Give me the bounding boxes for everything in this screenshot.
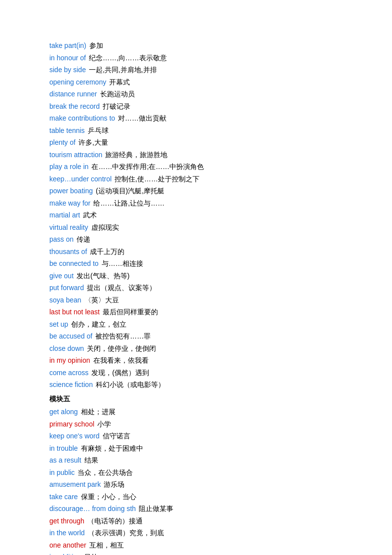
list-item: distance runner长跑运动员 [49,88,362,100]
list-item: pass on传递 [49,233,362,246]
list-item: get through（电话等的）接通 [49,515,362,527]
phrase-chinese: 一起,共同,并肩地,并排 [89,64,157,76]
list-item: as a result结果 [49,454,362,467]
phrase-english: break the record [49,100,100,113]
list-item: plenty of许多,大量 [49,136,362,149]
phrase-english: thousants of [49,246,87,258]
list-item: in public当众，在公共场合 [49,467,362,479]
list-item: martial art武术 [49,209,362,221]
list-item: tourism attraction旅游经典，旅游胜地 [49,149,362,161]
list-item: come across发现，(偶然）遇到 [49,367,362,379]
list-item: set up创办，建立，创立 [49,318,362,331]
phrase-english: primary school [49,418,94,430]
phrase-english: give out [49,270,74,282]
list-item: give out发出(气味、热等) [49,270,362,282]
phrase-english: table tennis [49,125,85,137]
phrase-chinese: 发出(气味、热等) [77,270,129,282]
phrase-english: in the world [49,527,85,539]
phrase-english: be connected to [49,257,99,270]
list-item: keep one's word信守诺言 [49,430,362,442]
phrase-chinese: 打破记录 [103,100,130,113]
phrase-chinese: 另外 [84,551,98,555]
phrase-english: in my opinion [49,354,90,367]
phrase-english: play a role in [49,161,88,173]
phrase-chinese: 游乐场 [104,478,124,491]
list-item: power boating(运动项目)汽艇,摩托艇 [49,185,362,197]
phrase-english: plenty of [49,136,76,149]
phrase-english: amusement park [49,478,101,491]
phrase-chinese: 发现，(偶然）遇到 [91,367,149,379]
phrase-english: virtual reality [49,221,88,234]
list-item: play a role in在……中发挥作用;在……中扮演角色 [49,161,362,173]
phrase-chinese: 武术 [83,209,97,221]
phrase-english: in addition [49,551,81,555]
phrase-chinese: 成千上万的 [90,246,124,258]
list-item: in trouble有麻烦，处于困难中 [49,442,362,455]
phrase-chinese: 信守诺言 [103,430,130,442]
phrase-chinese: 虚拟现实 [91,221,119,234]
phrase-list: take part(in)参加in honour of纪念……,向……表示敬意s… [49,40,362,555]
phrase-english: make way for [49,197,90,210]
phrase-chinese: (运动项目)汽艇,摩托艇 [96,185,164,197]
phrase-chinese: 〈英〉大豆 [84,294,119,306]
phrase-english: make contributions to [49,112,115,125]
phrase-english: pass on [49,233,74,246]
phrase-english: in trouble [49,442,78,455]
list-item: opening ceremony开幕式 [49,76,362,88]
phrase-chinese: 创办，建立，创立 [71,318,126,331]
phrase-english: distance runner [49,88,97,100]
list-item: break the record打破记录 [49,100,362,113]
list-item: be connected to与……相连接 [49,257,362,270]
phrase-chinese: 相处；进展 [81,406,116,418]
phrase-chinese: 开幕式 [109,76,130,88]
list-item: put forward提出（观点、议案等） [49,282,362,294]
phrase-chinese: 纪念……,向……表示敬意 [89,52,167,64]
phrase-chinese: 传递 [77,233,90,246]
phrase-chinese: 给……让路,让位与…… [93,197,164,210]
list-item: take care保重；小心，当心 [49,491,362,503]
list-item: one another互相，相互 [49,539,362,552]
list-item: get along相处；进展 [49,406,362,418]
phrase-english: in honour of [49,52,86,64]
list-item: in honour of纪念……,向……表示敬意 [49,52,362,64]
list-item: close down关闭，使停业，使倒闭 [49,342,362,355]
phrase-english: set up [49,318,68,331]
list-item: thousants of成千上万的 [49,246,362,258]
list-item: table tennis乒乓球 [49,125,362,137]
phrase-english: science fiction [49,379,93,391]
phrase-english: get along [49,406,78,418]
phrase-chinese: 许多,大量 [78,136,108,149]
list-item: in the world（表示强调）究竟，到底 [49,527,362,539]
list-item: virtual reality虚拟现实 [49,221,362,234]
list-item: science fiction科幻小说（或电影等） [49,379,362,391]
phrase-chinese: 最后但同样重要的 [103,306,158,318]
list-item: in my opinion在我看来，依我看 [49,354,362,367]
phrase-english: opening ceremony [49,76,106,88]
phrase-chinese: 小学 [97,418,111,430]
list-item: make way for给……让路,让位与…… [49,197,362,210]
phrase-english: get through [49,515,84,527]
phrase-chinese: 旅游经典，旅游胜地 [105,149,167,161]
list-item: soya bean〈英〉大豆 [49,294,362,306]
phrase-chinese: 有麻烦，处于困难中 [81,442,143,455]
phrase-chinese: （电话等的）接通 [87,515,143,527]
phrase-english: keep one's word [49,430,100,442]
phrase-chinese: 保重；小心，当心 [81,491,136,503]
phrase-chinese: （表示强调）究竟，到底 [88,527,164,539]
phrase-chinese: 关闭，使停业，使倒闭 [87,342,156,355]
list-item: make contributions to对……做出贡献 [49,112,362,125]
list-item: primary school小学 [49,418,362,430]
phrase-chinese: 乒乓球 [88,125,109,137]
list-item: last but not least最后但同样重要的 [49,306,362,318]
phrase-chinese: 参加 [89,40,103,52]
phrase-chinese: 互相，相互 [89,539,124,552]
phrase-english: take care [49,491,78,503]
phrase-english: soya bean [49,294,81,306]
phrase-chinese: 结果 [84,454,98,467]
phrase-chinese: 科幻小说（或电影等） [96,379,165,391]
phrase-english: as a result [49,454,81,467]
phrase-chinese: 与……相连接 [102,257,143,270]
phrase-english: close down [49,342,84,355]
list-item: take part(in)参加 [49,40,362,52]
list-item: in addition另外 [49,551,362,555]
